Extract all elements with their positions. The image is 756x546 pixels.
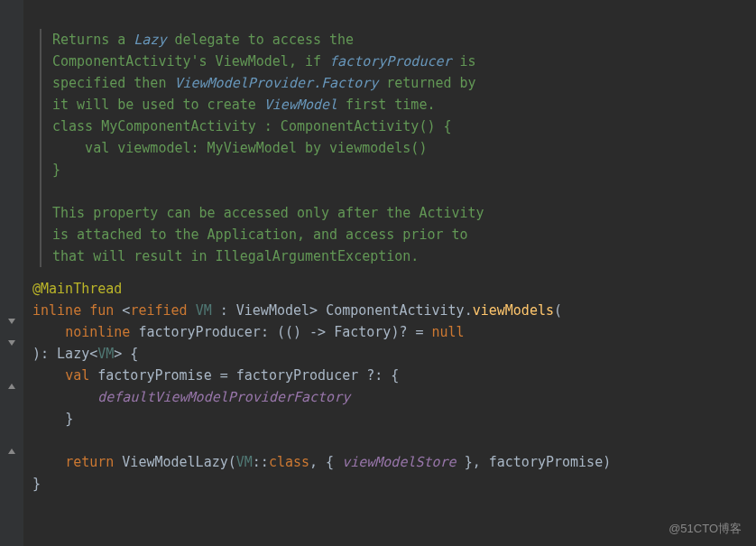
return-line: return ViewModelLazy(VM::class, { viewMo… xyxy=(32,451,747,473)
doc-code-line: val viewmodel: MyViewModel by viewmodels… xyxy=(52,137,747,159)
doc-code-line: } xyxy=(52,159,747,180)
kdoc-block: Returns a Lazy delegate to access theCom… xyxy=(40,29,747,267)
doc-link-factoryproducer[interactable]: factoryProducer xyxy=(329,53,451,69)
watermark: @51CTO博客 xyxy=(668,520,742,539)
doc-text: first time. xyxy=(337,97,435,113)
doc-text: delegate to access the xyxy=(166,32,354,48)
doc-text: is xyxy=(452,53,476,69)
fold-marker[interactable] xyxy=(0,332,23,354)
doc-text: Returns a xyxy=(52,32,134,48)
doc-text: that will result in IllegalArgumentExcep… xyxy=(52,245,747,267)
default-factory-line: defaultViewModelProviderFactory xyxy=(32,386,747,408)
doc-text: is attached to the Application, and acce… xyxy=(52,224,747,245)
doc-link-viewmodel[interactable]: ViewModel xyxy=(264,97,337,113)
fold-marker[interactable] xyxy=(0,440,23,462)
annotation-line: @MainThread xyxy=(32,278,747,300)
doc-code-line: class MyComponentActivity : ComponentAct… xyxy=(52,116,747,137)
fold-marker[interactable] xyxy=(0,375,23,397)
doc-text: returned by xyxy=(378,75,475,91)
return-type-line: ): Lazy<VM> { xyxy=(32,343,747,365)
doc-text: it will be used to create xyxy=(52,97,264,113)
signature-line: inline fun <reified VM : ViewModel> Comp… xyxy=(32,300,747,321)
doc-text: ComponentActivity's ViewModel, if xyxy=(52,53,329,69)
editor-content[interactable]: Returns a Lazy delegate to access theCom… xyxy=(23,0,756,546)
annotation-mainthread: @MainThread xyxy=(32,281,122,297)
doc-link-lazy[interactable]: Lazy xyxy=(134,32,166,48)
code-editor: Returns a Lazy delegate to access theCom… xyxy=(0,0,756,546)
editor-gutter xyxy=(0,0,23,546)
doc-link-vmpfactory[interactable]: ViewModelProvider.Factory xyxy=(174,75,378,91)
closing-brace: } xyxy=(32,473,747,495)
doc-text: This property can be accessed only after… xyxy=(52,202,747,224)
param-line: noinline factoryProducer: (() -> Factory… xyxy=(32,321,747,343)
doc-text: specified then xyxy=(52,75,174,91)
val-line: val factoryPromise = factoryProducer ?: … xyxy=(32,365,747,386)
func-viewmodels: viewModels xyxy=(473,302,554,319)
fold-marker[interactable] xyxy=(0,310,23,332)
brace-line: } xyxy=(32,408,747,430)
